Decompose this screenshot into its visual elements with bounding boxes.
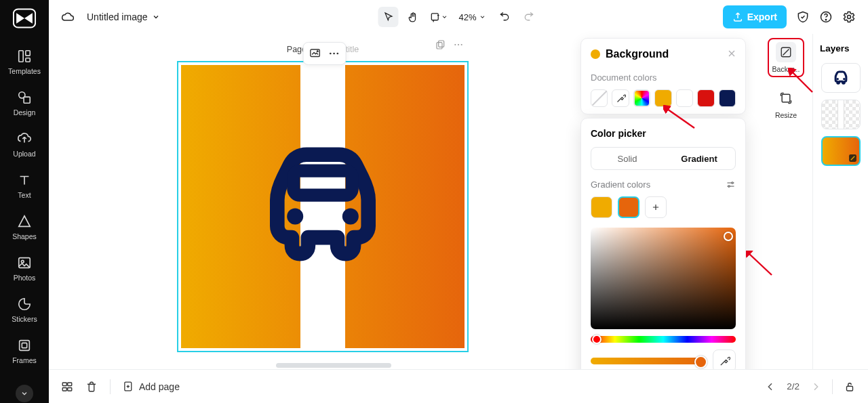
- sidebar-item-design[interactable]: Design: [0, 90, 49, 116]
- svg-point-28: [336, 53, 338, 55]
- swatch-multicolor[interactable]: [633, 89, 650, 107]
- layer-thumb-background[interactable]: [821, 136, 861, 166]
- text-icon: [17, 173, 32, 188]
- sidebar-label: Upload: [13, 150, 35, 158]
- right-tool-column: Backgr... Resize: [764, 38, 808, 123]
- add-page-button[interactable]: Add page: [123, 381, 180, 392]
- zoom-value: 42%: [458, 12, 476, 22]
- svg-point-26: [330, 53, 332, 55]
- horizontal-scrollbar[interactable]: [276, 363, 391, 368]
- next-page-icon[interactable]: [810, 381, 821, 392]
- svg-rect-22: [294, 171, 352, 195]
- swatch-orange[interactable]: [654, 89, 671, 107]
- top-center-tools: 42%: [378, 7, 538, 27]
- annotation-arrow-icon: [746, 251, 774, 278]
- prev-page-icon[interactable]: [765, 381, 776, 392]
- cloud-save-icon[interactable]: [61, 10, 75, 24]
- design-icon: [17, 90, 32, 105]
- document-title-button[interactable]: Untitled image: [87, 12, 160, 22]
- export-label: Export: [747, 12, 777, 22]
- more-icon[interactable]: [453, 39, 464, 50]
- swatch-eyedropper[interactable]: [612, 89, 629, 107]
- trash-icon[interactable]: [85, 381, 98, 393]
- top-toolbar: Untitled image 42% Export: [49, 0, 868, 34]
- add-gradient-stop-button[interactable]: [645, 196, 667, 218]
- background-badge-icon: [848, 154, 857, 163]
- swatch-none[interactable]: [591, 89, 608, 107]
- cursor-icon: [382, 12, 394, 23]
- chevron-down-icon: [20, 389, 28, 398]
- layer-thumb-car[interactable]: [821, 63, 861, 93]
- hue-slider[interactable]: [591, 336, 736, 343]
- sidebar-label: Templates: [8, 67, 41, 75]
- bottom-bar: Add page 2/2: [49, 369, 868, 403]
- svg-rect-7: [24, 97, 30, 103]
- top-right-tools: Export: [723, 5, 856, 28]
- more-icon[interactable]: [328, 47, 340, 60]
- help-icon[interactable]: [819, 10, 833, 24]
- layer-thumb-stripe[interactable]: [821, 100, 861, 129]
- sidebar-item-templates[interactable]: Templates: [0, 49, 49, 75]
- sidebar-more-button[interactable]: [16, 385, 33, 402]
- shapes-icon: [17, 214, 32, 229]
- chevron-down-icon: [152, 13, 160, 21]
- svg-marker-2: [24, 13, 33, 23]
- swatch-navy[interactable]: [719, 89, 736, 107]
- color-picker-title: Color picker: [591, 128, 736, 139]
- gradient-stop-2[interactable]: [618, 196, 639, 218]
- chevron-down-icon: [479, 14, 486, 20]
- zoom-level-button[interactable]: 42%: [454, 7, 490, 27]
- swatch-white[interactable]: [676, 89, 693, 107]
- sidebar-item-text[interactable]: Text: [0, 173, 49, 199]
- hue-thumb[interactable]: [592, 335, 601, 344]
- page-indicator: 2/2: [787, 381, 800, 391]
- saturation-value-area[interactable]: [591, 228, 736, 329]
- svg-point-16: [848, 16, 851, 19]
- svg-rect-12: [22, 343, 26, 347]
- redo-button[interactable]: [519, 7, 539, 27]
- sidebar-item-photos[interactable]: Photos: [0, 255, 49, 282]
- resize-tool-button[interactable]: Resize: [768, 84, 804, 123]
- svg-rect-3: [19, 51, 23, 62]
- swatch-red[interactable]: [697, 89, 714, 107]
- shield-icon[interactable]: [796, 10, 810, 24]
- sidebar-item-frames[interactable]: Frames: [0, 338, 49, 364]
- lock-icon[interactable]: [844, 381, 856, 393]
- svg-point-20: [458, 44, 459, 45]
- car-icon: [241, 125, 404, 288]
- settings-icon[interactable]: [842, 10, 856, 24]
- hand-tool-button[interactable]: [402, 7, 422, 27]
- svg-marker-8: [19, 216, 31, 227]
- sidebar-item-shapes[interactable]: Shapes: [0, 214, 49, 240]
- sidebar-label: Text: [18, 191, 31, 199]
- undo-button[interactable]: [494, 7, 515, 27]
- svg-rect-38: [62, 387, 66, 391]
- pages-grid-icon[interactable]: [61, 381, 73, 393]
- svg-point-19: [454, 44, 456, 45]
- gradient-stop-1[interactable]: [591, 196, 612, 218]
- svg-point-33: [836, 78, 838, 80]
- export-button[interactable]: Export: [723, 5, 787, 28]
- upload-icon: [17, 131, 32, 146]
- replace-image-icon[interactable]: [309, 47, 321, 60]
- tab-gradient[interactable]: Gradient: [663, 148, 735, 169]
- crop-tool-button[interactable]: [427, 7, 450, 27]
- sv-thumb[interactable]: [724, 232, 733, 241]
- tab-solid[interactable]: Solid: [591, 148, 663, 169]
- svg-rect-39: [68, 387, 72, 391]
- gradient-preview-slider[interactable]: [591, 358, 706, 364]
- sidebar-label: Photos: [14, 274, 36, 282]
- close-button[interactable]: [726, 48, 737, 62]
- sliders-icon[interactable]: [726, 179, 736, 190]
- hand-icon: [407, 12, 418, 23]
- canvas-frame[interactable]: [177, 61, 469, 352]
- gradient-stops: [591, 196, 736, 218]
- background-tool-button[interactable]: Backgr...: [768, 38, 804, 77]
- sidebar-item-upload[interactable]: Upload: [0, 131, 49, 158]
- duplicate-page-icon[interactable]: [435, 39, 446, 50]
- sidebar-item-stickers[interactable]: Stickers: [0, 297, 49, 323]
- divider: [110, 379, 111, 394]
- undo-icon: [498, 12, 510, 23]
- left-sidebar: Templates Design Upload Text Shapes Phot…: [0, 0, 49, 403]
- select-tool-button[interactable]: [378, 7, 398, 27]
